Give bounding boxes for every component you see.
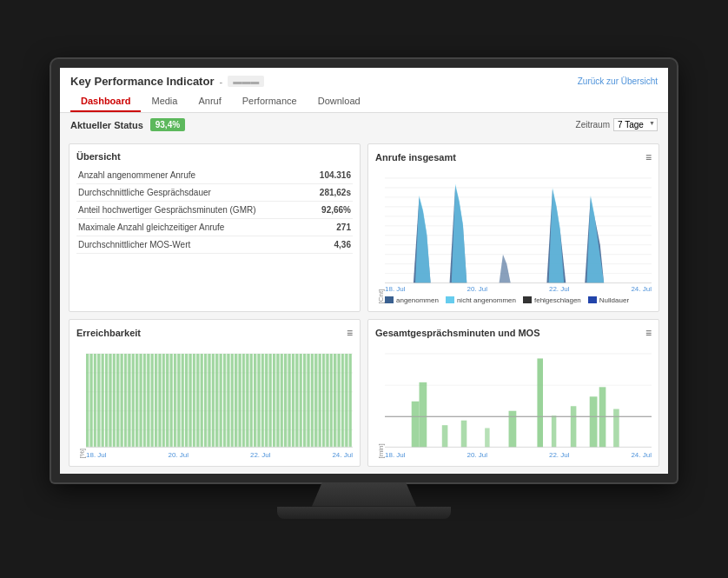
mos-card-header: Gesamtgesprächsminuten und MOS ≡ xyxy=(375,327,652,339)
anrufe-legend: angenommen nicht angenommen fehlgeschlag… xyxy=(385,296,652,304)
anrufe-menu-icon[interactable]: ≡ xyxy=(645,151,652,163)
svg-rect-64 xyxy=(590,396,598,447)
row-value: 104.316 xyxy=(308,167,353,184)
table-row: Durchschnittlicher MOS-Wert 4,36 xyxy=(76,236,353,254)
x-label-18: 18. Jul xyxy=(86,451,107,459)
app: Key Performance Indicator - ▬▬▬ Zurück z… xyxy=(60,68,668,473)
row-label: Maximale Anzahl gleichzeitiger Anrufe xyxy=(76,219,308,236)
erreichbarkeit-chart-area: [%] 100 80 xyxy=(76,344,353,459)
anrufe-chart-area: [Cnt] xyxy=(375,169,652,304)
status-bar: Aktueller Status 93,4% Zeitraum 7 Tage xyxy=(60,113,668,136)
table-row: Maximale Anzahl gleichzeitiger Anrufe 27… xyxy=(76,219,353,236)
mos-x-labels: 18. Jul 20. Jul 22. Jul 24. Jul xyxy=(385,451,652,459)
legend-label-nicht-angenommen: nicht angenommen xyxy=(457,296,516,304)
x-label-20: 20. Jul xyxy=(467,285,487,293)
legend-nulldauer: Nulldauer xyxy=(588,296,629,304)
page-title: Key Performance Indicator xyxy=(70,75,214,88)
legend-label-fehlgeschlagen: fehlgeschlagen xyxy=(534,296,581,304)
zeitraum-select-wrapper[interactable]: 7 Tage xyxy=(613,118,658,131)
anrufe-y-label: [Cnt] xyxy=(375,169,385,304)
svg-marker-24 xyxy=(415,196,431,283)
erreichbarkeit-chart-wrapper: 100 80 60 40 20 0 xyxy=(86,344,353,459)
x-label-20: 20. Jul xyxy=(168,451,189,459)
anrufe-chart-wrapper: 1540 1400 1260 1120 980 840 700 560 420 … xyxy=(385,169,652,304)
x-label-18: 18. Jul xyxy=(385,451,406,459)
legend-label-nulldauer: Nulldauer xyxy=(599,296,629,304)
status-badge: 93,4% xyxy=(150,118,185,131)
row-value: 281,62s xyxy=(308,184,353,202)
x-label-18: 18. Jul xyxy=(385,285,406,293)
erreichbarkeit-menu-icon[interactable]: ≡ xyxy=(347,327,353,339)
erreichbarkeit-y-label: [%] xyxy=(76,344,86,459)
monitor-screen: Key Performance Indicator - ▬▬▬ Zurück z… xyxy=(51,59,677,482)
svg-rect-63 xyxy=(571,406,577,447)
anrufe-title: Anrufe insgesamt xyxy=(375,152,456,163)
svg-marker-27 xyxy=(500,255,511,283)
header-top: Key Performance Indicator - ▬▬▬ Zurück z… xyxy=(70,75,658,88)
status-label: Aktueller Status xyxy=(70,120,143,130)
table-row: Anzahl angenommener Anrufe 104.316 xyxy=(76,167,353,184)
x-label-22: 22. Jul xyxy=(250,451,271,459)
svg-rect-62 xyxy=(552,415,556,447)
tabs: Dashboard Media Anruf Performance Downlo… xyxy=(70,91,658,112)
back-link[interactable]: Zurück zur Übersicht xyxy=(578,76,658,86)
tab-media[interactable]: Media xyxy=(141,91,188,112)
mos-title: Gesamtgesprächsminuten und MOS xyxy=(375,328,539,338)
legend-color-nicht-angenommen xyxy=(446,296,454,303)
monitor-base xyxy=(277,507,451,519)
tab-performance[interactable]: Performance xyxy=(232,91,308,112)
overview-card: Übersicht Anzahl angenommener Anrufe 104… xyxy=(69,143,361,312)
legend-color-angenommen xyxy=(385,296,394,303)
svg-rect-57 xyxy=(442,425,448,447)
anrufe-svg: 1540 1400 1260 1120 980 840 700 560 420 … xyxy=(385,169,652,283)
erreichbarkeit-card: Erreichbarkeit ≡ [%] xyxy=(69,319,361,467)
overview-title: Übersicht xyxy=(76,151,353,162)
mos-chart-wrapper: 6k 4k 2k 0 xyxy=(385,344,652,459)
svg-rect-61 xyxy=(537,358,543,447)
mos-menu-icon[interactable]: ≡ xyxy=(645,327,652,339)
x-label-22: 22. Jul xyxy=(549,451,570,459)
mos-svg: 6k 4k 2k 0 xyxy=(385,344,652,449)
erreichbarkeit-svg: 100 80 60 40 20 0 xyxy=(86,344,353,449)
erreichbarkeit-card-header: Erreichbarkeit ≡ xyxy=(76,327,353,339)
erreichbarkeit-x-labels: 18. Jul 20. Jul 22. Jul 24. Jul xyxy=(86,451,353,459)
overview-table: Anzahl angenommener Anrufe 104.316 Durch… xyxy=(76,167,353,254)
row-value: 271 xyxy=(308,219,353,236)
erreichbarkeit-title: Erreichbarkeit xyxy=(76,328,141,338)
legend-label-angenommen: angenommen xyxy=(396,296,439,304)
table-row: Durchschnittliche Gesprächsdauer 281,62s xyxy=(76,184,353,202)
svg-rect-66 xyxy=(613,409,619,448)
tab-dashboard[interactable]: Dashboard xyxy=(70,91,141,112)
row-label: Anzahl angenommener Anrufe xyxy=(76,167,308,184)
legend-color-fehlgeschlagen xyxy=(523,296,532,303)
mos-y-label: [min] xyxy=(375,344,385,459)
svg-rect-65 xyxy=(599,387,606,447)
legend-angenommen: angenommen xyxy=(385,296,439,304)
main-content: Übersicht Anzahl angenommener Anrufe 104… xyxy=(60,136,668,473)
svg-rect-58 xyxy=(461,421,467,448)
mos-card: Gesamtgesprächsminuten und MOS ≡ [min] xyxy=(367,319,659,467)
monitor-stand xyxy=(312,482,416,507)
row-label: Durchschnittliche Gesprächsdauer xyxy=(76,184,308,202)
svg-rect-56 xyxy=(419,382,427,448)
page-subtitle: - xyxy=(219,76,222,87)
zeitraum-select[interactable]: 7 Tage xyxy=(613,118,658,131)
svg-rect-55 xyxy=(412,402,420,448)
anrufe-card-header: Anrufe insgesamt ≡ xyxy=(375,151,652,163)
zeitraum-label: Zeitraum xyxy=(576,120,610,130)
instance-tag: ▬▬▬ xyxy=(228,76,264,87)
x-label-24: 24. Jul xyxy=(332,451,353,459)
tab-download[interactable]: Download xyxy=(308,91,371,112)
x-label-22: 22. Jul xyxy=(549,285,570,293)
tab-anruf[interactable]: Anruf xyxy=(188,91,231,112)
table-row: Anteil hochwertiger Gesprächsminuten (GM… xyxy=(76,202,353,219)
mos-chart-area: [min] 6k 4k xyxy=(375,344,652,459)
zeitraum-control: Zeitraum 7 Tage xyxy=(576,118,658,131)
legend-nicht-angenommen: nicht angenommen xyxy=(446,296,516,304)
row-value: 92,66% xyxy=(308,202,353,219)
x-label-24: 24. Jul xyxy=(631,451,652,459)
legend-fehlgeschlagen: fehlgeschlagen xyxy=(523,296,581,304)
status-left: Aktueller Status 93,4% xyxy=(70,118,185,131)
legend-color-nulldauer xyxy=(588,296,597,303)
row-label: Anteil hochwertiger Gesprächsminuten (GM… xyxy=(76,202,308,219)
